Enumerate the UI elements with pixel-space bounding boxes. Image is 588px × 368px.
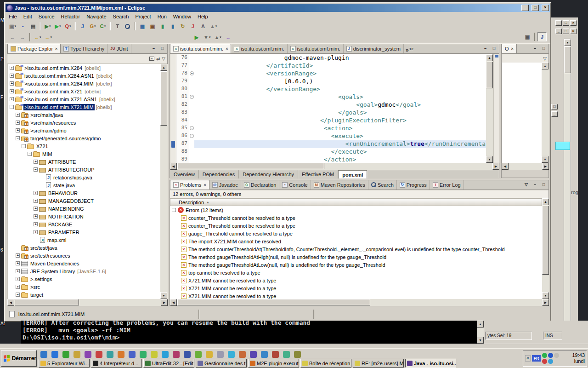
expand-icon[interactable]: + — [34, 230, 38, 234]
previous-annotation-button[interactable]: ▲▾ — [213, 33, 222, 42]
last-edit-location-button[interactable]: ← — [224, 33, 233, 42]
tray-collapse-chevron[interactable]: « — [525, 355, 531, 362]
save-button[interactable]: ▪ — [18, 22, 28, 31]
fold-collapse-icon[interactable]: − — [190, 95, 194, 99]
scroll-up-icon[interactable]: ▲ — [477, 321, 484, 328]
expand-icon[interactable]: + — [34, 199, 38, 203]
bottom-tab-error-log[interactable]: !Error Log — [430, 180, 464, 190]
tree-item[interactable]: +>src/main/resources — [8, 119, 160, 126]
tray-icon[interactable] — [554, 353, 559, 358]
view-menu-icon[interactable]: ▽ — [522, 182, 530, 189]
database-button[interactable]: ▮ — [158, 22, 167, 31]
scroll-up-icon[interactable]: ▲ — [486, 54, 493, 61]
close-icon[interactable]: × — [226, 46, 228, 51]
expand-icon[interactable]: + — [16, 121, 20, 125]
clock[interactable]: 19:43 lundi — [572, 352, 585, 364]
maximize-button[interactable]: □ — [531, 5, 539, 11]
taskbar-button-4-interpr-teur-d[interactable]: 4 Interpréteur d... — [91, 359, 142, 368]
taskbar-button-5-explorateur-wi[interactable]: 5 Explorateur Wi... — [39, 359, 90, 368]
problems-vertical-scrollbar[interactable]: ▲ ▼ — [542, 198, 549, 299]
menu-window[interactable]: Window — [170, 13, 194, 20]
shift-right-button[interactable]: → — [18, 33, 27, 42]
outline-horizontal-scrollbar[interactable]: ◀ ▶ — [502, 163, 549, 170]
title-bar[interactable]: Java - iso.itu.osi.omf.mim.X721.MIM/pom.… — [6, 4, 550, 12]
console-scrollbar[interactable]: ▲ ▼ — [477, 321, 484, 344]
fold-collapse-icon[interactable]: − — [190, 126, 194, 130]
maximize-icon[interactable]: □ — [563, 29, 569, 34]
page-tab-effective-pom[interactable]: Effective POM — [298, 170, 338, 178]
quick-launch-icon[interactable] — [62, 351, 69, 358]
expand-icon[interactable]: + — [10, 97, 14, 101]
menu-file[interactable]: File — [6, 13, 20, 20]
problem-row[interactable]: ×counter_Threshold cannot be resolved to… — [170, 222, 542, 230]
problem-row[interactable]: ×X721.MIM cannot be resolved to a type — [170, 284, 542, 292]
quick-launch-icon[interactable] — [107, 351, 113, 358]
problems-group-row[interactable]: −×Errors (12 items) — [170, 206, 542, 214]
tree-item[interactable]: +Miso.itu.osi.omf.mim.X284.ASN1 [obelix] — [8, 72, 160, 80]
tray-icon[interactable] — [548, 353, 553, 358]
maximize-view-button[interactable]: □ — [158, 46, 166, 52]
scroll-up-icon[interactable]: ▲ — [160, 64, 167, 71]
editor-tab-iso-itu-osi-omf-mim[interactable]: xiso.itu.osi.omf.mim. — [288, 44, 344, 53]
taskbar-button-ultraedit-32-edit[interactable]: UltraEdit-32 - [Edit... — [143, 359, 194, 368]
tree-item[interactable]: −MIM — [8, 150, 160, 158]
tree-item[interactable]: Jstate.java — [8, 181, 160, 189]
problem-row[interactable]: ×The method gaugeThresholdAtLow(null, nu… — [170, 261, 542, 269]
expand-icon[interactable]: + — [34, 160, 38, 164]
scroll-down-icon[interactable]: ▼ — [564, 39, 571, 46]
maximize-view-button[interactable]: □ — [540, 182, 548, 189]
forward-button[interactable]: →▾ — [44, 33, 54, 42]
page-tab-overview[interactable]: Overview — [170, 170, 199, 178]
problem-row[interactable]: ×counter_Threshold cannot be resolved to… — [170, 214, 542, 222]
editor-vertical-scrollbar[interactable]: ▲ ▼ — [486, 54, 493, 163]
code-editor[interactable]: gdmoc-maven-plugin </artifactId> <versio… — [194, 54, 486, 163]
tree-item[interactable]: −target/generated-sources/gdmo — [8, 134, 160, 142]
tree-item[interactable]: −target — [8, 291, 160, 299]
tray-icon[interactable] — [548, 359, 553, 364]
scroll-down-icon[interactable]: ▼ — [477, 337, 484, 344]
cvs-button[interactable]: ▣ — [148, 22, 157, 31]
bottom-tab-declaration[interactable]: ◇Declaration — [241, 180, 280, 190]
minimize-icon[interactable]: _ — [555, 29, 562, 34]
tree-item[interactable]: +>src — [8, 283, 160, 291]
close-icon[interactable]: × — [570, 20, 577, 26]
menu-navigate[interactable]: Navigate — [83, 13, 109, 20]
menu-run[interactable]: Run — [154, 13, 170, 20]
capture-button[interactable]: ▦ — [138, 22, 147, 31]
tree-item[interactable]: +M>iso.itu.osi.omf.mim.X721.ASN1 [obelix… — [8, 95, 160, 103]
expand-icon[interactable]: + — [16, 128, 20, 132]
editor-horizontal-scrollbar[interactable]: ◀ ▶ — [170, 163, 499, 170]
junit-button[interactable]: J — [188, 22, 198, 31]
quick-launch-icon[interactable] — [272, 351, 279, 358]
problem-row[interactable]: ×X721.MIM cannot be resolved to a type — [170, 292, 542, 299]
scrollbar-thumb[interactable] — [486, 62, 493, 88]
minimize-icon[interactable]: _ — [551, 111, 558, 117]
new-button[interactable]: ▣▾ — [8, 22, 17, 31]
quick-launch-icon[interactable] — [96, 351, 102, 358]
minimize-view-button[interactable]: – — [531, 182, 539, 189]
editor-tab-iso-itu-osi-omf-mim[interactable]: xiso.itu.osi.omf.mim. — [231, 44, 287, 53]
expand-icon[interactable]: + — [16, 269, 20, 273]
bottom-tab-progress[interactable]: ↻Progress — [397, 180, 430, 190]
tree-item[interactable]: +>src/main/gdmo — [8, 126, 160, 134]
menu-help[interactable]: Help — [194, 13, 211, 20]
quick-launch-icon[interactable] — [184, 351, 191, 358]
page-tab-dependency-hierarchy[interactable]: Dependency Hierarchy — [239, 170, 298, 178]
expand-icon[interactable]: + — [16, 285, 20, 289]
expand-icon[interactable]: + — [16, 253, 20, 258]
pe-tab-package-explor[interactable]: Package Explor× — [7, 44, 61, 53]
quick-launch-icon[interactable] — [250, 351, 257, 358]
minimize-icon[interactable]: _ — [555, 20, 562, 26]
quick-launch-icon[interactable] — [140, 351, 147, 358]
close-icon[interactable]: × — [55, 46, 57, 51]
scroll-down-icon[interactable]: ▼ — [486, 156, 493, 163]
expand-icon[interactable]: + — [10, 81, 14, 86]
tree-item[interactable]: +Maven Dependencies — [8, 259, 160, 267]
minimize-view-button[interactable]: – — [531, 46, 539, 52]
scroll-left-icon[interactable]: ◀ — [502, 163, 509, 170]
tree-item[interactable]: +PARAMETER — [8, 228, 160, 236]
run-external-tools-button[interactable]: Q▾ — [63, 22, 73, 31]
expand-icon[interactable]: + — [34, 222, 38, 226]
collapse-icon[interactable]: − — [22, 144, 26, 148]
tree-item[interactable]: Jrelationships.java — [8, 173, 160, 181]
